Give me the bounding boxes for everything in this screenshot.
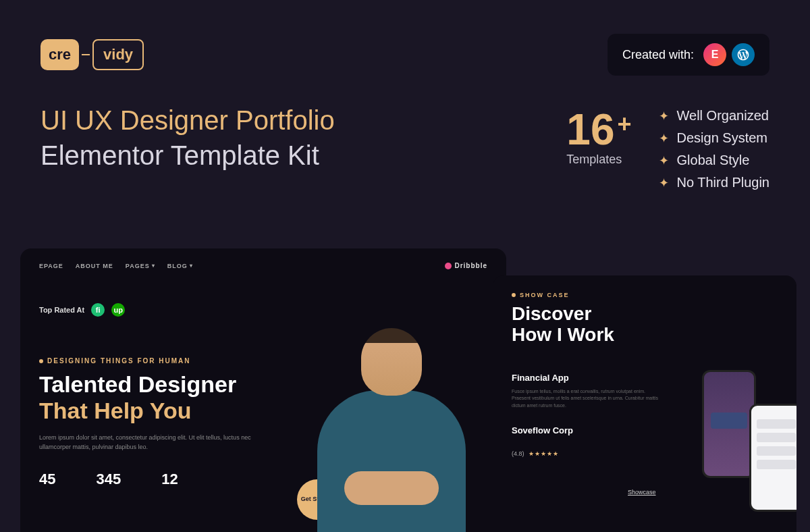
project-description: Fusce ipsum tellus, mollis a erat conval…: [512, 388, 660, 410]
feature-item: ✦No Third Plugin: [659, 175, 770, 190]
showcase-title-1: Discover: [512, 304, 778, 325]
hero-description: Lorem ipsum dolor sit amet, consectetur …: [39, 433, 282, 452]
top-rated: Top Rated At fi up: [39, 303, 487, 317]
dot-icon: [512, 293, 516, 297]
dribbble-link[interactable]: Dribbble: [445, 262, 487, 269]
upwork-icon: up: [111, 303, 125, 317]
nav-item[interactable]: BLOG▾: [167, 263, 193, 269]
chevron-down-icon: ▾: [190, 263, 193, 269]
logo-part2-wrap: vidy: [92, 39, 144, 70]
created-with-badge: Created with: E: [608, 34, 770, 76]
phone-mockup-1: [702, 370, 756, 478]
sparkle-icon: ✦: [659, 153, 669, 168]
logo: cre vidy: [40, 39, 144, 70]
nav-item[interactable]: ABOUT ME: [76, 263, 113, 269]
feature-item: ✦Design System: [659, 130, 770, 146]
wordpress-icon: [732, 43, 755, 66]
dribbble-icon: [445, 263, 452, 269]
stat: 45: [39, 471, 55, 488]
sparkle-icon: ✦: [659, 131, 669, 146]
logo-part1: cre: [40, 39, 79, 70]
person-image: [304, 316, 479, 532]
feature-item: ✦Global Style: [659, 153, 770, 168]
chevron-down-icon: ▾: [152, 263, 155, 269]
showcase-eyebrow: SHOW CASE: [512, 292, 778, 298]
stat: 12: [161, 471, 178, 488]
elementor-icon: E: [703, 43, 726, 66]
preview-homepage: EPAGE ABOUT ME PAGES▾ BLOG▾ Dribbble Top…: [20, 248, 506, 532]
sparkle-icon: ✦: [659, 176, 669, 190]
title-line2: Elementor Template Kit: [40, 138, 533, 173]
features-list: ✦Well Organized ✦Design System ✦Global S…: [659, 108, 770, 190]
count-number: 16: [566, 108, 614, 151]
count-label: Templates: [566, 153, 631, 167]
showcase-link[interactable]: Showcase: [628, 489, 656, 496]
nav-item[interactable]: PAGES▾: [126, 263, 155, 269]
logo-connector: [82, 54, 90, 55]
stat: 345: [96, 471, 121, 488]
dot-icon: [39, 359, 43, 363]
fiverr-icon: fi: [91, 303, 105, 317]
created-with-label: Created with:: [622, 48, 694, 62]
nav-item[interactable]: EPAGE: [39, 263, 63, 269]
template-count: 16 + Templates: [566, 108, 631, 167]
stars-icon: ★★★★★: [529, 450, 559, 457]
preview-showcase: SHOW CASE Discover How I Work Financial …: [493, 275, 796, 532]
feature-item: ✦Well Organized: [659, 108, 770, 124]
title-line1: UI UX Designer Portfolio: [40, 103, 533, 138]
logo-part2: vidy: [103, 46, 133, 63]
phone-mockup-2: [749, 404, 796, 512]
count-plus: +: [614, 108, 631, 136]
showcase-title-2: How I Work: [512, 325, 778, 346]
sparkle-icon: ✦: [659, 109, 669, 124]
